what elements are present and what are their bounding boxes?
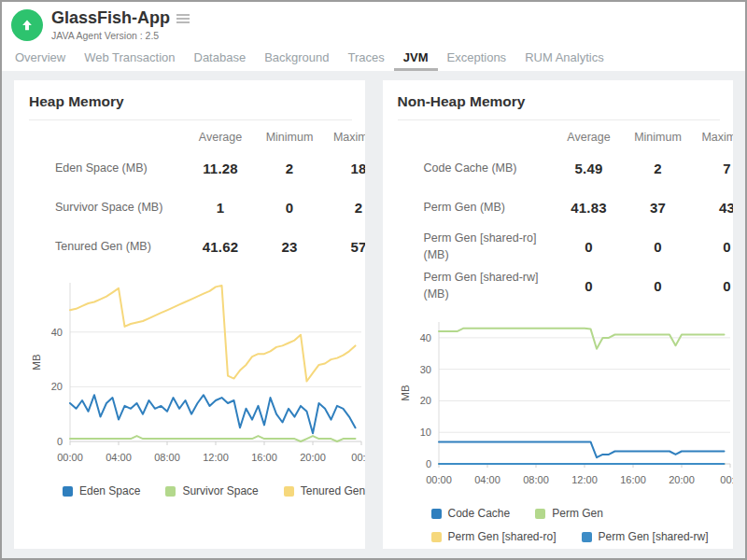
legend-swatch <box>582 532 592 542</box>
panel-title: Heap Memory <box>29 93 365 110</box>
y-tick-label: 40 <box>51 327 63 338</box>
metric-value: 1 <box>186 200 255 216</box>
y-tick-label: 40 <box>419 332 430 343</box>
x-tick-label: 20:00 <box>300 452 326 463</box>
metric-label: Survivor Space (MB) <box>29 199 186 216</box>
x-tick-label: 00:.. <box>720 474 733 485</box>
app-window: GlassFish-App JAVA Agent Version : 2.5 O… <box>0 0 747 560</box>
metric-value: 57 <box>324 239 365 255</box>
y-tick-label: 10 <box>419 427 430 438</box>
stats-header-row: AverageMinimumMaximum <box>29 126 365 148</box>
legend-item[interactable]: Perm Gen [shared-ro] <box>431 530 557 543</box>
x-tick-label: 00:.. <box>351 452 364 463</box>
metric-value: 0 <box>693 239 734 255</box>
x-tick-label: 16:00 <box>620 474 646 485</box>
non-heap-memory-chart: 01020304000:0004:0008:0012:0016:0020:000… <box>398 315 734 492</box>
legend-label: Eden Space <box>79 484 140 497</box>
legend-label: Tenured Gen <box>301 484 365 497</box>
stats-row: Eden Space (MB)11.28218 <box>29 148 365 188</box>
metric-label: Perm Gen [shared-ro] (MB) <box>398 230 555 263</box>
legend-row: Code CachePerm Gen <box>431 507 734 520</box>
tab-jvm[interactable]: JVM <box>394 43 438 71</box>
metric-value: 0 <box>693 278 734 294</box>
legend-swatch <box>63 486 73 497</box>
tab-exceptions[interactable]: Exceptions <box>438 43 516 71</box>
stats-table: AverageMinimumMaximumEden Space (MB)11.2… <box>29 126 365 266</box>
legend-swatch <box>431 509 442 519</box>
metric-value: 0 <box>555 278 624 294</box>
legend-item[interactable]: Eden Space <box>63 484 140 497</box>
legend-item[interactable]: Perm Gen <box>535 507 603 520</box>
metric-value: 2 <box>324 200 365 216</box>
y-tick-label: 30 <box>419 364 430 375</box>
tab-database[interactable]: Database <box>185 43 256 71</box>
metric-panel: Heap Memory AverageMinimumMaximumEden Sp… <box>14 80 365 549</box>
app-header: GlassFish-App JAVA Agent Version : 2.5 <box>2 2 745 41</box>
metric-label: Tenured Gen (MB) <box>29 238 186 255</box>
metric-value: 37 <box>624 200 693 216</box>
y-axis-label: MB <box>400 385 411 401</box>
metric-label: Perm Gen [shared-rw] (MB) <box>398 269 555 302</box>
tab-web-transaction[interactable]: Web Transaction <box>75 43 184 71</box>
tab-overview[interactable]: Overview <box>6 43 75 71</box>
tab-background[interactable]: Background <box>255 43 338 71</box>
stats-row: Survivor Space (MB)102 <box>29 188 365 227</box>
agent-version-label: JAVA Agent Version : 2.5 <box>51 30 191 41</box>
legend-label: Perm Gen <box>552 507 603 520</box>
content-area: Heap Memory AverageMinimumMaximumEden Sp… <box>2 71 745 558</box>
metric-value: 41.83 <box>555 200 624 216</box>
series-line-perm-gen <box>439 329 725 349</box>
series-line-survivor-space <box>70 436 356 441</box>
column-header-minimum: Minimum <box>624 131 693 144</box>
x-tick-label: 00:00 <box>57 452 83 463</box>
metric-value: 2 <box>255 161 324 176</box>
chart-legend: Eden SpaceSurvivor SpaceTenured Gen <box>63 484 365 497</box>
x-tick-label: 12:00 <box>571 474 598 485</box>
stats-row: Code Cache (MB)5.4927 <box>398 148 734 188</box>
app-meta: GlassFish-App JAVA Agent Version : 2.5 <box>51 9 191 41</box>
legend-row: Perm Gen [shared-ro]Perm Gen [shared-rw] <box>431 530 734 543</box>
y-tick-label: 20 <box>419 395 430 406</box>
metric-value: 18 <box>324 161 365 176</box>
stats-row: Tenured Gen (MB)41.622357 <box>29 227 365 266</box>
chart-legend: Code CachePerm GenPerm Gen [shared-ro]Pe… <box>431 507 734 543</box>
panel-divider <box>398 119 721 120</box>
x-tick-label: 04:00 <box>474 474 500 485</box>
x-tick-label: 16:00 <box>251 452 277 463</box>
legend-item[interactable]: Survivor Space <box>165 484 258 497</box>
metric-value: 0 <box>255 200 324 216</box>
series-line-eden-space <box>70 395 356 433</box>
y-tick-label: 20 <box>51 381 63 392</box>
legend-swatch <box>165 486 176 497</box>
x-tick-label: 08:00 <box>523 474 549 485</box>
metric-value: 0 <box>624 239 693 255</box>
menu-icon[interactable] <box>175 12 191 25</box>
legend-item[interactable]: Code Cache <box>431 507 511 520</box>
tab-bar: OverviewWeb TransactionDatabaseBackgroun… <box>2 41 745 71</box>
legend-swatch <box>431 532 442 542</box>
legend-item[interactable]: Tenured Gen <box>284 484 365 497</box>
legend-label: Survivor Space <box>182 484 258 497</box>
metric-value: 0 <box>555 239 624 255</box>
up-arrow-icon <box>19 17 35 34</box>
metric-value: 11.28 <box>186 161 255 176</box>
tab-rum-analytics[interactable]: RUM Analytics <box>515 43 613 71</box>
metric-value: 7 <box>693 161 734 176</box>
stats-row: Perm Gen (MB)41.833743 <box>398 188 734 227</box>
y-axis-label: MB <box>31 354 42 371</box>
legend-item[interactable]: Perm Gen [shared-rw] <box>582 530 709 543</box>
legend-label: Perm Gen [shared-ro] <box>448 530 557 543</box>
y-tick-label: 0 <box>57 436 63 447</box>
metric-value: 0 <box>624 278 693 294</box>
column-header-maximum: Maximum <box>693 131 734 144</box>
tab-traces[interactable]: Traces <box>339 43 394 71</box>
metric-value: 5.49 <box>555 161 624 176</box>
legend-row: Eden SpaceSurvivor SpaceTenured Gen <box>63 484 365 497</box>
metric-value: 43 <box>693 200 734 216</box>
x-tick-label: 08:00 <box>154 452 180 463</box>
series-line-code-cache <box>439 441 725 457</box>
x-tick-label: 12:00 <box>203 452 229 463</box>
x-tick-label: 04:00 <box>106 452 132 463</box>
metric-value: 23 <box>255 239 324 255</box>
metric-label: Code Cache (MB) <box>398 160 555 176</box>
